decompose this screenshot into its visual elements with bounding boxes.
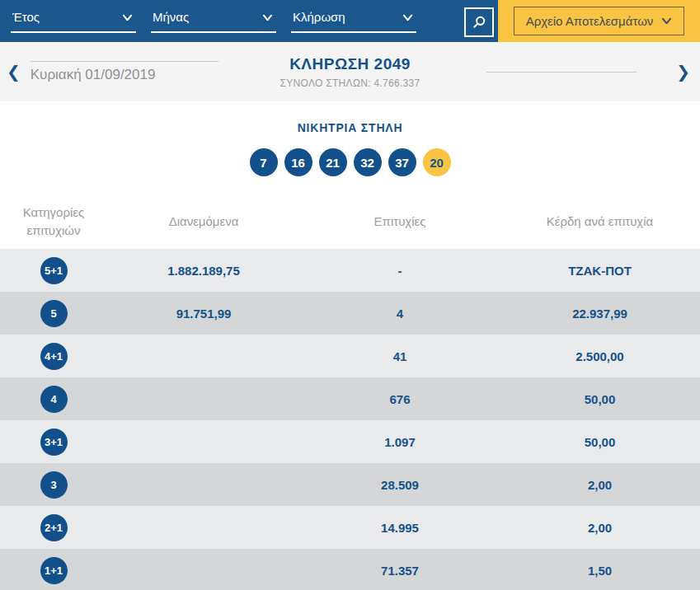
- search-button[interactable]: [464, 7, 494, 37]
- prize-table: Κατηγορίες επιτυχιών Διανεμόμενα Επιτυχί…: [0, 194, 700, 590]
- winners-cell: 28.509: [300, 478, 500, 492]
- category-cell: 5+1: [0, 257, 107, 284]
- prize-cell: ΤΖΑΚ-ΠΟΤ: [500, 264, 700, 278]
- winners-cell: 41: [300, 349, 500, 363]
- next-draw-arrow[interactable]: ❯: [676, 63, 690, 80]
- table-row: 5 91.751,99 4 22.937,99: [0, 292, 700, 335]
- category-cell: 4: [0, 386, 107, 413]
- draw-title-block: ΚΛΗΡΩΣΗ 2049 ΣΥΝΟΛΟ ΣΤΗΛΩΝ: 4.766.337: [247, 55, 453, 89]
- chevron-down-icon: [122, 12, 133, 22]
- divider-line: [486, 72, 637, 73]
- prize-cell: 50,00: [500, 392, 700, 406]
- prize-cell: 2,00: [500, 521, 700, 535]
- total-columns-label: ΣΥΝΟΛΟ ΣΤΗΛΩΝ: 4.766.337: [247, 77, 453, 89]
- results-archive-button[interactable]: Αρχείο Αποτελεσμάτων: [514, 7, 685, 35]
- distributed-cell: 91.751,99: [107, 307, 300, 321]
- category-cell: 3+1: [0, 428, 107, 456]
- column-header-categories: Κατηγορίες επιτυχιών: [16, 204, 92, 241]
- month-dropdown[interactable]: Μήνας: [151, 8, 276, 33]
- category-badge: 4+1: [40, 343, 68, 370]
- prize-cell: 2.500,00: [500, 349, 700, 363]
- joker-number-ball: 20: [423, 148, 451, 176]
- winners-cell: 676: [300, 392, 500, 406]
- table-row: 5+1 1.882.189,75 - ΤΖΑΚ-ΠΟΤ: [0, 249, 700, 292]
- draw-date: Κυριακή 01/09/2019: [31, 67, 218, 83]
- draw-title: ΚΛΗΡΩΣΗ 2049: [247, 55, 453, 73]
- year-dropdown[interactable]: Έτος: [11, 8, 136, 33]
- category-badge: 5+1: [40, 257, 68, 284]
- category-badge: 1+1: [40, 557, 68, 584]
- previous-draw-area: ❮ Κυριακή 01/09/2019: [0, 61, 247, 83]
- column-header-distributed: Διανεμόμενα: [107, 213, 300, 232]
- prize-cell: 22.937,99: [500, 307, 700, 321]
- archive-section: Αρχείο Αποτελεσμάτων: [498, 0, 700, 42]
- next-draw-area: ❯: [453, 63, 700, 80]
- category-cell: 2+1: [0, 514, 107, 541]
- category-badge: 5: [40, 300, 68, 327]
- divider-line: [31, 61, 218, 62]
- category-cell: 5: [0, 300, 107, 327]
- month-dropdown-label: Μήνας: [153, 10, 189, 24]
- category-badge: 3+1: [40, 428, 68, 456]
- winning-numbers-section: ΝΙΚΗΤΡΙΑ ΣΤΗΛΗ 7 16 21 32 37 20: [0, 101, 700, 194]
- filter-bar: Έτος Μήνας Κλήρωση Αρχείο Αποτελεσμάτων: [0, 0, 700, 42]
- winning-numbers: 7 16 21 32 37 20: [0, 148, 700, 176]
- winning-number-ball: 37: [388, 148, 416, 176]
- chevron-down-icon: [661, 16, 672, 26]
- draw-header: ❮ Κυριακή 01/09/2019 ΚΛΗΡΩΣΗ 2049 ΣΥΝΟΛΟ…: [0, 42, 700, 101]
- category-cell: 4+1: [0, 343, 107, 370]
- draw-dropdown-label: Κλήρωση: [293, 10, 345, 24]
- winners-cell: 71.357: [300, 564, 500, 578]
- winning-column-title: ΝΙΚΗΤΡΙΑ ΣΤΗΛΗ: [0, 121, 700, 134]
- prize-cell: 1,50: [500, 564, 700, 578]
- table-row: 3+1 1.097 50,00: [0, 420, 700, 463]
- table-row: 2+1 14.995 2,00: [0, 506, 700, 549]
- winning-number-ball: 7: [250, 148, 278, 176]
- prize-table-body: 5+1 1.882.189,75 - ΤΖΑΚ-ΠΟΤ 5 91.751,99 …: [0, 249, 700, 590]
- year-dropdown-label: Έτος: [12, 10, 40, 24]
- distributed-cell: 1.882.189,75: [107, 264, 300, 278]
- category-cell: 3: [0, 471, 107, 499]
- filter-bar-blue-section: Έτος Μήνας Κλήρωση: [0, 0, 498, 42]
- prize-cell: 50,00: [500, 435, 700, 449]
- column-header-prize: Κέρδη ανά επιτυχία: [500, 213, 700, 232]
- table-row: 4 676 50,00: [0, 377, 700, 420]
- category-cell: 1+1: [0, 557, 107, 584]
- table-row: 1+1 71.357 1,50: [0, 549, 700, 590]
- winning-number-ball: 32: [354, 148, 382, 176]
- previous-draw-arrow[interactable]: ❮: [7, 63, 21, 80]
- prize-table-header: Κατηγορίες επιτυχιών Διανεμόμενα Επιτυχί…: [0, 194, 700, 249]
- chevron-down-icon: [262, 12, 273, 22]
- prize-cell: 2,00: [500, 478, 700, 492]
- category-badge: 4: [40, 386, 68, 413]
- category-badge: 3: [40, 471, 68, 499]
- magnifier-icon: [471, 14, 487, 30]
- table-row: 4+1 41 2.500,00: [0, 335, 700, 377]
- winners-cell: -: [300, 264, 500, 278]
- winning-number-ball: 16: [284, 148, 312, 176]
- column-header-winners: Επιτυχίες: [300, 213, 500, 232]
- winning-number-ball: 21: [319, 148, 347, 176]
- winners-cell: 14.995: [300, 521, 500, 535]
- chevron-down-icon: [402, 12, 413, 22]
- table-row: 3 28.509 2,00: [0, 463, 700, 506]
- winners-cell: 4: [300, 307, 500, 321]
- results-archive-label: Αρχείο Αποτελεσμάτων: [526, 14, 654, 28]
- draw-date-block: Κυριακή 01/09/2019: [31, 61, 218, 83]
- draw-dropdown[interactable]: Κλήρωση: [291, 8, 416, 33]
- winners-cell: 1.097: [300, 435, 500, 449]
- category-badge: 2+1: [40, 514, 68, 541]
